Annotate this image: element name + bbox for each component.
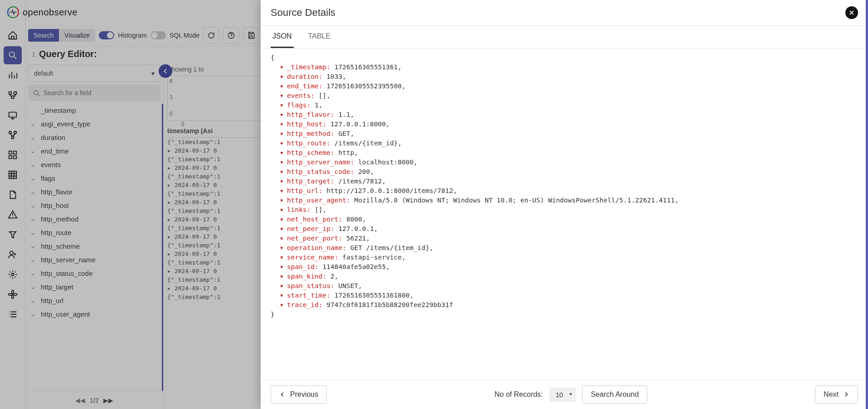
- svg-point-17: [11, 273, 14, 276]
- nav-rum[interactable]: [4, 106, 22, 124]
- field-item[interactable]: ⌄end_time: [25, 144, 162, 158]
- sqlmode-toggle[interactable]: [150, 31, 166, 39]
- field-item[interactable]: ⌄http_url: [25, 294, 162, 307]
- field-pager: ◀◀ 1/2 ▶▶: [25, 391, 163, 409]
- search-around-button[interactable]: Search Around: [582, 385, 647, 404]
- svg-rect-7: [9, 112, 16, 117]
- field-item[interactable]: ⌄http_method: [25, 212, 162, 226]
- svg-point-16: [10, 251, 13, 255]
- previous-button[interactable]: Previous: [271, 385, 327, 404]
- json-line: ▾http_host: 127.0.0.1:8000,: [271, 120, 858, 129]
- help-button[interactable]: [223, 27, 239, 43]
- sqlmode-label: SQL Mode: [170, 32, 199, 39]
- field-item[interactable]: ⌄http_route: [25, 226, 162, 239]
- brand: openobserve: [6, 5, 78, 19]
- field-item[interactable]: ⌄http_target: [25, 280, 162, 294]
- nav-list[interactable]: [4, 305, 22, 323]
- json-line: ▾http_flavor: 1.1,: [271, 110, 858, 120]
- field-item[interactable]: ⌄flags: [25, 171, 162, 185]
- collapse-fields-button[interactable]: [159, 64, 172, 78]
- nav-pipelines[interactable]: [4, 126, 22, 144]
- modal-title: Source Details: [271, 7, 335, 19]
- modal-tabs: JSON TABLE: [261, 26, 868, 48]
- field-search-input[interactable]: [28, 85, 160, 101]
- json-line: ▾operation_name: GET /items/{item_id},: [271, 243, 858, 253]
- mode-search[interactable]: Search: [28, 29, 59, 42]
- nav-dashboards[interactable]: [4, 146, 22, 164]
- nav-functions[interactable]: [4, 226, 22, 244]
- field-item[interactable]: ⌄http_status_code: [25, 266, 162, 280]
- search-around-label: Search Around: [591, 390, 639, 399]
- chart-ytick: 0: [170, 111, 173, 117]
- json-line: ▾http_url: http://127.0.0.1:8000/items/7…: [271, 186, 858, 196]
- svg-rect-5: [14, 92, 16, 95]
- index-select[interactable]: default ▾: [28, 65, 160, 82]
- svg-rect-15: [9, 171, 16, 179]
- field-item[interactable]: _timestamp: [25, 104, 162, 117]
- next-label: Next: [824, 390, 839, 399]
- json-line: ▾span_id: 114840afe5a02e55,: [271, 262, 858, 272]
- pager-next-icon[interactable]: ▶▶: [103, 397, 113, 404]
- pager-value: 1/2: [90, 397, 98, 404]
- json-line: ▾service_name: fastapi-service,: [271, 253, 858, 262]
- index-selected-value: default: [34, 70, 53, 77]
- field-item[interactable]: ⌄http_user_agent: [25, 307, 162, 321]
- field-item[interactable]: ⌄http_host: [25, 198, 162, 212]
- dropdown-icon: ▾: [151, 70, 155, 77]
- field-list: _timestamp⌄asgi_event_type⌄duration⌄end_…: [25, 104, 163, 391]
- nav-traces[interactable]: [4, 86, 22, 104]
- close-icon: [849, 10, 855, 16]
- brand-text: openobserve: [23, 7, 78, 18]
- mode-visualize[interactable]: Visualize: [59, 29, 95, 42]
- nav-iam[interactable]: [4, 245, 22, 264]
- nav-home[interactable]: [4, 26, 22, 44]
- nav-rail: [0, 0, 25, 409]
- previous-label: Previous: [290, 390, 318, 399]
- svg-point-23: [34, 91, 38, 95]
- json-line: ▾start_time: 1726516305551361800,: [271, 291, 858, 300]
- json-line: ▾span_kind: 2,: [271, 272, 858, 281]
- field-item[interactable]: ⌄http_flavor: [25, 185, 162, 198]
- chevron-right-icon: [843, 391, 849, 398]
- records-select[interactable]: 10: [549, 387, 576, 402]
- json-line: ▾http_user_agent: Mozilla/5.0 (Windows N…: [271, 196, 858, 205]
- histogram-toggle[interactable]: [99, 31, 114, 39]
- json-line: ▾trace_id: 9747c0f6181f1b5b88200fee229bb…: [271, 300, 858, 310]
- nav-slack[interactable]: [4, 285, 22, 303]
- chart-ytick: 6: [170, 78, 173, 84]
- nav-reports[interactable]: [4, 186, 22, 204]
- nav-settings[interactable]: [4, 265, 22, 284]
- nav-metrics[interactable]: [4, 66, 22, 84]
- svg-rect-13: [9, 156, 11, 159]
- field-item[interactable]: ⌄events: [25, 158, 162, 171]
- save-button[interactable]: [243, 27, 259, 43]
- close-button[interactable]: [845, 6, 858, 19]
- svg-point-10: [11, 136, 14, 139]
- svg-point-8: [9, 131, 11, 134]
- json-line: ▾http_method: GET,: [271, 129, 858, 139]
- field-item[interactable]: ⌄http_scheme: [25, 239, 162, 253]
- field-item[interactable]: ⌄asgi_event_type: [25, 117, 162, 130]
- brand-logo-icon: [6, 5, 20, 19]
- chart-ytick: 3: [170, 94, 173, 101]
- refresh-button[interactable]: [203, 27, 219, 43]
- json-line: ▾duration: 1033,: [271, 72, 858, 82]
- svg-point-9: [14, 131, 16, 134]
- json-line: ▾flags: 1,: [271, 101, 858, 110]
- tab-table[interactable]: TABLE: [306, 26, 333, 48]
- nav-alerts[interactable]: [4, 206, 22, 224]
- pager-first-icon[interactable]: ◀◀: [75, 397, 85, 404]
- svg-rect-14: [13, 156, 16, 159]
- json-line: ▾net_peer_port: 56221,: [271, 234, 858, 243]
- json-line: ▾events: [],: [271, 91, 858, 101]
- next-button[interactable]: Next: [815, 385, 858, 404]
- field-item[interactable]: ⌄duration: [25, 130, 162, 144]
- nav-search[interactable]: [4, 46, 22, 64]
- json-line: ▾http_status_code: 200,: [271, 167, 858, 177]
- editor-title: Query Editor:: [39, 49, 97, 59]
- source-details-panel: Source Details JSON TABLE { ▾_timestamp:…: [261, 0, 868, 409]
- nav-streams[interactable]: [4, 166, 22, 184]
- field-item[interactable]: ⌄http_server_name: [25, 253, 162, 266]
- tab-json[interactable]: JSON: [271, 26, 294, 48]
- fields-panel: default ▾ _timestamp⌄asgi_event_type⌄dur…: [25, 62, 164, 409]
